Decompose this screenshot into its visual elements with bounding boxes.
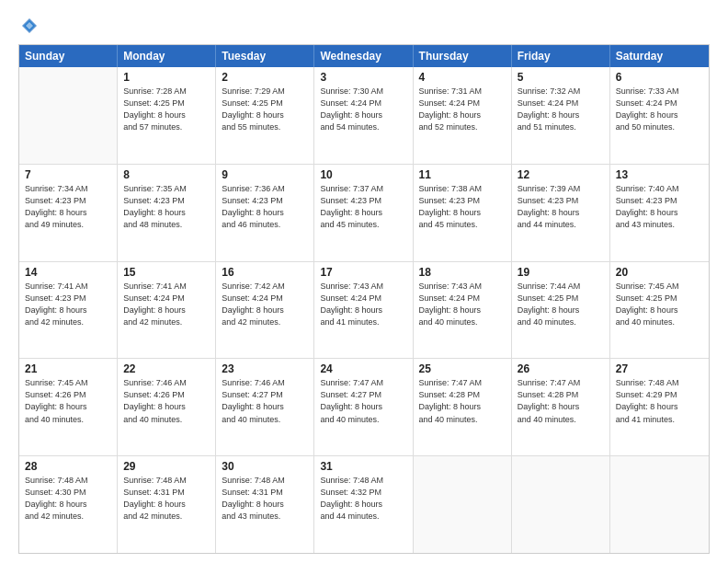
logo-icon [20, 17, 39, 35]
day-number: 18 [419, 266, 506, 279]
day-number: 22 [123, 362, 210, 375]
calendar-cell: 14Sunrise: 7:41 AM Sunset: 4:23 PM Dayli… [19, 262, 118, 359]
calendar-body: 1Sunrise: 7:28 AM Sunset: 4:25 PM Daylig… [19, 67, 709, 553]
day-number: 30 [222, 460, 308, 473]
day-number: 10 [320, 168, 406, 181]
header [18, 17, 710, 35]
calendar-cell: 9Sunrise: 7:36 AM Sunset: 4:23 PM Daylig… [216, 165, 314, 261]
day-number: 6 [616, 71, 703, 84]
weekday-header-friday: Friday [512, 45, 610, 67]
day-info: Sunrise: 7:48 AM Sunset: 4:31 PM Dayligh… [222, 475, 308, 523]
calendar-cell: 25Sunrise: 7:47 AM Sunset: 4:28 PM Dayli… [414, 359, 512, 455]
day-info: Sunrise: 7:32 AM Sunset: 4:24 PM Dayligh… [518, 86, 604, 133]
day-info: Sunrise: 7:37 AM Sunset: 4:23 PM Dayligh… [320, 183, 406, 231]
calendar-cell: 20Sunrise: 7:45 AM Sunset: 4:25 PM Dayli… [610, 262, 709, 359]
weekday-header-monday: Monday [118, 45, 216, 67]
day-info: Sunrise: 7:30 AM Sunset: 4:24 PM Dayligh… [320, 86, 406, 133]
weekday-header-tuesday: Tuesday [216, 45, 314, 67]
calendar-cell: 30Sunrise: 7:48 AM Sunset: 4:31 PM Dayli… [216, 456, 314, 553]
day-number: 28 [25, 460, 111, 473]
day-info: Sunrise: 7:48 AM Sunset: 4:29 PM Dayligh… [616, 377, 703, 425]
day-number: 1 [123, 71, 210, 84]
weekday-header-wednesday: Wednesday [314, 45, 413, 67]
day-number: 21 [25, 362, 111, 375]
calendar-cell: 17Sunrise: 7:43 AM Sunset: 4:24 PM Dayli… [314, 262, 413, 359]
day-number: 5 [518, 71, 604, 84]
calendar-row-3: 21Sunrise: 7:45 AM Sunset: 4:26 PM Dayli… [19, 358, 709, 455]
day-info: Sunrise: 7:33 AM Sunset: 4:24 PM Dayligh… [616, 86, 703, 133]
calendar-cell: 3Sunrise: 7:30 AM Sunset: 4:24 PM Daylig… [314, 67, 413, 164]
day-info: Sunrise: 7:35 AM Sunset: 4:23 PM Dayligh… [123, 183, 210, 231]
day-info: Sunrise: 7:43 AM Sunset: 4:24 PM Dayligh… [419, 281, 506, 328]
calendar-cell: 18Sunrise: 7:43 AM Sunset: 4:24 PM Dayli… [414, 262, 512, 359]
day-info: Sunrise: 7:39 AM Sunset: 4:23 PM Dayligh… [518, 183, 604, 231]
calendar-cell: 12Sunrise: 7:39 AM Sunset: 4:23 PM Dayli… [512, 165, 610, 261]
calendar-cell: 5Sunrise: 7:32 AM Sunset: 4:24 PM Daylig… [512, 67, 610, 164]
calendar-cell: 23Sunrise: 7:46 AM Sunset: 4:27 PM Dayli… [216, 359, 314, 455]
calendar-cell [610, 456, 709, 553]
calendar-cell: 2Sunrise: 7:29 AM Sunset: 4:25 PM Daylig… [216, 67, 314, 164]
day-info: Sunrise: 7:43 AM Sunset: 4:24 PM Dayligh… [320, 281, 406, 328]
day-info: Sunrise: 7:45 AM Sunset: 4:25 PM Dayligh… [616, 281, 703, 328]
calendar-cell: 31Sunrise: 7:48 AM Sunset: 4:32 PM Dayli… [314, 456, 413, 553]
calendar-cell: 7Sunrise: 7:34 AM Sunset: 4:23 PM Daylig… [19, 165, 118, 261]
day-info: Sunrise: 7:41 AM Sunset: 4:24 PM Dayligh… [123, 281, 210, 328]
calendar-cell [19, 67, 118, 164]
day-number: 11 [419, 168, 506, 181]
day-info: Sunrise: 7:29 AM Sunset: 4:25 PM Dayligh… [222, 86, 308, 133]
day-info: Sunrise: 7:40 AM Sunset: 4:23 PM Dayligh… [616, 183, 703, 231]
calendar-row-2: 14Sunrise: 7:41 AM Sunset: 4:23 PM Dayli… [19, 261, 709, 359]
calendar-cell: 24Sunrise: 7:47 AM Sunset: 4:27 PM Dayli… [314, 359, 413, 455]
calendar-cell: 28Sunrise: 7:48 AM Sunset: 4:30 PM Dayli… [19, 456, 118, 553]
day-info: Sunrise: 7:38 AM Sunset: 4:23 PM Dayligh… [419, 183, 506, 231]
day-info: Sunrise: 7:46 AM Sunset: 4:26 PM Dayligh… [123, 377, 210, 425]
day-number: 12 [518, 168, 604, 181]
day-number: 25 [419, 362, 506, 375]
day-number: 26 [518, 362, 604, 375]
day-number: 9 [222, 168, 308, 181]
day-number: 17 [320, 266, 406, 279]
day-number: 24 [320, 362, 406, 375]
logo [18, 17, 39, 35]
calendar-cell: 4Sunrise: 7:31 AM Sunset: 4:24 PM Daylig… [414, 67, 512, 164]
calendar-cell: 8Sunrise: 7:35 AM Sunset: 4:23 PM Daylig… [118, 165, 216, 261]
day-number: 7 [25, 168, 111, 181]
day-number: 23 [222, 362, 308, 375]
day-number: 13 [616, 168, 703, 181]
calendar-cell: 11Sunrise: 7:38 AM Sunset: 4:23 PM Dayli… [414, 165, 512, 261]
day-info: Sunrise: 7:48 AM Sunset: 4:31 PM Dayligh… [123, 475, 210, 523]
page: SundayMondayTuesdayWednesdayThursdayFrid… [0, 0, 728, 563]
day-info: Sunrise: 7:48 AM Sunset: 4:30 PM Dayligh… [25, 475, 111, 523]
calendar-row-4: 28Sunrise: 7:48 AM Sunset: 4:30 PM Dayli… [19, 455, 709, 553]
day-info: Sunrise: 7:47 AM Sunset: 4:27 PM Dayligh… [320, 377, 406, 425]
day-info: Sunrise: 7:44 AM Sunset: 4:25 PM Dayligh… [518, 281, 604, 328]
day-info: Sunrise: 7:34 AM Sunset: 4:23 PM Dayligh… [25, 183, 111, 231]
day-number: 31 [320, 460, 406, 473]
day-number: 8 [123, 168, 210, 181]
calendar-cell: 29Sunrise: 7:48 AM Sunset: 4:31 PM Dayli… [118, 456, 216, 553]
calendar-cell [414, 456, 512, 553]
day-number: 16 [222, 266, 308, 279]
calendar-cell: 6Sunrise: 7:33 AM Sunset: 4:24 PM Daylig… [610, 67, 709, 164]
calendar-cell: 13Sunrise: 7:40 AM Sunset: 4:23 PM Dayli… [610, 165, 709, 261]
calendar-cell: 16Sunrise: 7:42 AM Sunset: 4:24 PM Dayli… [216, 262, 314, 359]
calendar-cell: 10Sunrise: 7:37 AM Sunset: 4:23 PM Dayli… [314, 165, 413, 261]
weekday-header-saturday: Saturday [610, 45, 709, 67]
day-info: Sunrise: 7:28 AM Sunset: 4:25 PM Dayligh… [123, 86, 210, 133]
weekday-header-sunday: Sunday [19, 45, 118, 67]
day-number: 2 [222, 71, 308, 84]
day-info: Sunrise: 7:48 AM Sunset: 4:32 PM Dayligh… [320, 475, 406, 523]
calendar-cell: 1Sunrise: 7:28 AM Sunset: 4:25 PM Daylig… [118, 67, 216, 164]
day-info: Sunrise: 7:47 AM Sunset: 4:28 PM Dayligh… [518, 377, 604, 425]
day-info: Sunrise: 7:31 AM Sunset: 4:24 PM Dayligh… [419, 86, 506, 133]
calendar-row-0: 1Sunrise: 7:28 AM Sunset: 4:25 PM Daylig… [19, 67, 709, 164]
calendar-cell: 15Sunrise: 7:41 AM Sunset: 4:24 PM Dayli… [118, 262, 216, 359]
calendar-cell: 26Sunrise: 7:47 AM Sunset: 4:28 PM Dayli… [512, 359, 610, 455]
calendar-row-1: 7Sunrise: 7:34 AM Sunset: 4:23 PM Daylig… [19, 164, 709, 261]
calendar-cell: 27Sunrise: 7:48 AM Sunset: 4:29 PM Dayli… [610, 359, 709, 455]
day-number: 27 [616, 362, 703, 375]
calendar-cell: 22Sunrise: 7:46 AM Sunset: 4:26 PM Dayli… [118, 359, 216, 455]
day-info: Sunrise: 7:47 AM Sunset: 4:28 PM Dayligh… [419, 377, 506, 425]
day-info: Sunrise: 7:42 AM Sunset: 4:24 PM Dayligh… [222, 281, 308, 328]
day-number: 19 [518, 266, 604, 279]
